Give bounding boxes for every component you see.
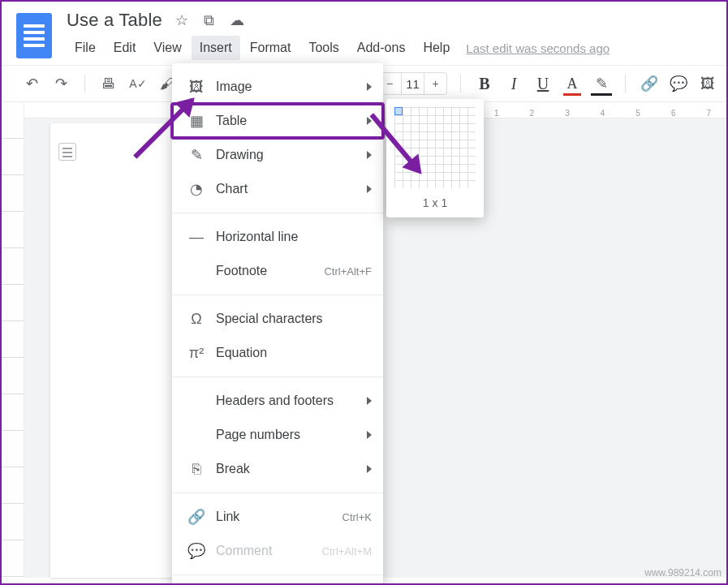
star-icon[interactable]: ☆: [174, 12, 190, 28]
document-page[interactable]: [50, 123, 180, 578]
menu-item-label: Headers and footers: [208, 394, 367, 408]
break-icon: ⎘: [185, 461, 208, 478]
menu-item-comment: 💬CommentCtrl+Alt+M: [172, 534, 383, 568]
special-characters-icon: Ω: [185, 311, 208, 328]
menu-item-chart[interactable]: ◔Chart: [172, 172, 383, 206]
menu-separator: [172, 574, 383, 575]
text-color-button[interactable]: A: [562, 73, 583, 94]
insert-comment-button[interactable]: 💬: [668, 73, 689, 94]
menu-item-page-numbers[interactable]: Page numbers: [172, 418, 383, 452]
menu-insert[interactable]: Insert: [192, 36, 240, 60]
menu-item-label: Horizontal line: [208, 230, 372, 244]
menu-item-table[interactable]: ▦Table: [172, 104, 383, 138]
menu-item-label: Comment: [208, 544, 322, 558]
submenu-arrow-icon: [367, 431, 372, 439]
menu-edit[interactable]: Edit: [106, 36, 144, 60]
menu-item-image[interactable]: 🖼Image: [172, 70, 383, 104]
menu-item-label: Link: [208, 510, 342, 524]
menu-separator: [172, 493, 383, 493]
vertical-ruler: [2, 102, 24, 578]
link-icon: 🔗: [185, 508, 208, 526]
ruler-tick: 4: [585, 109, 621, 118]
menu-shortcut: Ctrl+Alt+M: [322, 545, 372, 557]
menu-item-label: Drawing: [208, 148, 367, 162]
menu-separator: [172, 213, 383, 213]
menu-format[interactable]: Format: [242, 36, 299, 60]
spellcheck-button[interactable]: A✓: [127, 73, 149, 94]
last-edit-link[interactable]: Last edit was seconds ago: [466, 41, 610, 55]
undo-button[interactable]: ↶: [21, 73, 42, 94]
ruler-tick: 6: [656, 109, 691, 118]
menu-item-label: Chart: [208, 182, 367, 196]
menu-separator: [172, 295, 383, 295]
redo-button[interactable]: ↷: [50, 73, 71, 94]
table-grid[interactable]: [394, 107, 476, 188]
highlight-color-button[interactable]: ✎: [591, 73, 612, 94]
menu-separator: [172, 376, 383, 377]
table-size-picker[interactable]: 1 x 1: [386, 99, 484, 217]
menu-tools[interactable]: Tools: [300, 36, 347, 60]
menu-item-drawing[interactable]: ✎Drawing: [172, 138, 383, 172]
font-size-control[interactable]: − 11 +: [377, 72, 447, 95]
bold-button[interactable]: B: [474, 73, 495, 94]
horizontal-line-icon: —: [185, 229, 208, 246]
menubar: FileEditViewInsertFormatToolsAdd-onsHelp…: [67, 36, 722, 60]
menu-item-bookmark[interactable]: Bookmark: [172, 582, 383, 585]
equation-icon: π²: [185, 345, 208, 362]
menu-help[interactable]: Help: [415, 36, 458, 60]
move-icon[interactable]: ⧉: [201, 12, 218, 28]
underline-button[interactable]: U: [532, 73, 554, 94]
font-size-value[interactable]: 11: [401, 73, 424, 94]
menu-item-equation[interactable]: π²Equation: [172, 336, 383, 370]
drawing-icon: ✎: [185, 146, 208, 164]
insert-menu-dropdown: 🖼Image▦Table✎Drawing◔Chart—Horizontal li…: [172, 63, 383, 585]
table-size-label: 1 x 1: [394, 196, 476, 209]
insert-image-button[interactable]: 🖼: [697, 73, 718, 94]
submenu-arrow-icon: [367, 185, 372, 193]
titlebar: Use a Table ☆ ⧉ ☁ FileEditViewInsertForm…: [2, 2, 726, 60]
menu-shortcut: Ctrl+Alt+F: [324, 265, 372, 277]
watermark-text: www.989214.com: [644, 567, 722, 579]
menu-file[interactable]: File: [67, 36, 104, 60]
menu-item-label: Page numbers: [208, 428, 367, 442]
menu-item-label: Table: [208, 114, 367, 128]
menu-item-footnote[interactable]: FootnoteCtrl+Alt+F: [172, 254, 383, 288]
menu-item-link[interactable]: 🔗LinkCtrl+K: [172, 500, 383, 534]
ruler-tick: 1: [479, 109, 515, 118]
menu-item-headers-and-footers[interactable]: Headers and footers: [172, 384, 383, 418]
menu-item-label: Footnote: [208, 264, 324, 278]
menu-item-label: Special characters: [208, 312, 372, 326]
document-outline-button[interactable]: [58, 143, 76, 161]
insert-link-button[interactable]: 🔗: [639, 73, 660, 94]
cloud-status-icon[interactable]: ☁: [229, 12, 245, 28]
menu-item-break[interactable]: ⎘Break: [172, 452, 383, 486]
submenu-arrow-icon: [367, 465, 372, 473]
menu-item-label: Image: [208, 80, 367, 94]
submenu-arrow-icon: [367, 83, 372, 91]
docs-logo[interactable]: [16, 13, 52, 58]
menu-item-special-characters[interactable]: ΩSpecial characters: [172, 302, 383, 336]
comment-icon: 💬: [185, 542, 208, 560]
chart-icon: ◔: [185, 180, 208, 198]
menu-add-ons[interactable]: Add-ons: [349, 36, 414, 60]
menu-item-label: Equation: [208, 346, 372, 360]
italic-button[interactable]: I: [503, 73, 524, 94]
ruler-tick: 2: [515, 109, 550, 118]
menu-view[interactable]: View: [145, 36, 189, 60]
document-title[interactable]: Use a Table: [67, 10, 162, 31]
menu-item-label: Break: [208, 462, 367, 476]
font-size-increase[interactable]: +: [424, 73, 446, 94]
table-grid-selection: [394, 107, 403, 115]
menu-shortcut: Ctrl+K: [342, 511, 372, 523]
ruler-tick: 5: [620, 109, 656, 118]
menu-item-horizontal-line[interactable]: —Horizontal line: [172, 220, 383, 254]
submenu-arrow-icon: [367, 397, 372, 405]
submenu-arrow-icon: [367, 151, 372, 159]
ruler-tick: 7: [691, 109, 726, 118]
ruler-tick: 3: [549, 109, 585, 118]
print-button[interactable]: 🖶: [98, 73, 119, 94]
